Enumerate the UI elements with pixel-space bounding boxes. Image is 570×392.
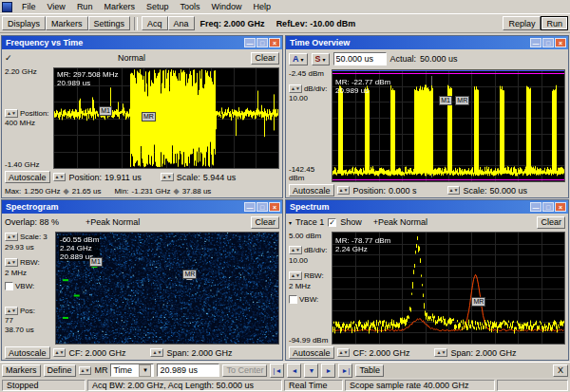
peak-threshold-button[interactable]: ▼ bbox=[304, 364, 318, 378]
close-icon[interactable]: × bbox=[269, 38, 280, 47]
fvt-clear-button[interactable]: Clear bbox=[251, 52, 279, 65]
spg-clear-button[interactable]: Clear bbox=[251, 216, 279, 229]
run-button[interactable]: Run bbox=[541, 16, 568, 30]
fvt-x-scale-value[interactable]: 5.944 us bbox=[203, 173, 237, 182]
maximize-icon[interactable]: □ bbox=[256, 38, 268, 47]
spg-pos-spinner[interactable]: ▲▼ bbox=[5, 307, 18, 315]
minimize-icon[interactable]: — bbox=[244, 38, 256, 47]
settings-button[interactable]: Settings bbox=[88, 16, 131, 30]
fvt-m1-marker[interactable]: M1 bbox=[99, 106, 112, 116]
menu-file[interactable]: File bbox=[16, 1, 42, 13]
spg-span-spinner[interactable]: ▲▼ bbox=[150, 348, 163, 357]
marker-table-button[interactable]: Table bbox=[355, 364, 384, 377]
marker-select-spinner[interactable]: ▲▼ bbox=[79, 366, 92, 375]
fvt-x-position-value[interactable]: 19.911 us bbox=[104, 173, 142, 182]
tov-scale-value[interactable]: 50.000 us bbox=[489, 186, 527, 196]
spg-rbw-value[interactable]: 2 MHz bbox=[5, 269, 54, 277]
displays-button[interactable]: Displays bbox=[2, 16, 46, 30]
spc-cf-readout[interactable]: CF: 2.000 GHz bbox=[352, 348, 409, 358]
spc-vbw-checkbox[interactable] bbox=[289, 295, 297, 304]
analysis-time-button[interactable]: A▾ bbox=[289, 53, 308, 65]
spg-cf-spinner[interactable]: ▲▼ bbox=[53, 348, 66, 357]
peak-last-button[interactable]: ►| bbox=[338, 364, 352, 378]
position-spinner[interactable]: ▲▼ bbox=[5, 109, 18, 118]
maximize-icon[interactable]: □ bbox=[542, 202, 554, 212]
define-markers-button[interactable]: Define bbox=[44, 364, 76, 377]
spc-rbw-value[interactable]: 2 MHz bbox=[289, 282, 331, 290]
markers-button[interactable]: Markers bbox=[46, 16, 88, 30]
spectrogram-titlebar[interactable]: Spectrogram — □ × bbox=[2, 200, 282, 214]
spc-trace-select[interactable]: Trace 1 bbox=[295, 217, 324, 227]
peak-first-button[interactable]: |◄ bbox=[270, 364, 284, 378]
analysis-length-field[interactable] bbox=[333, 52, 387, 65]
menu-run[interactable]: Run bbox=[71, 1, 99, 13]
minimize-icon[interactable]: — bbox=[244, 202, 256, 212]
spc-clear-button[interactable]: Clear bbox=[537, 216, 565, 229]
minimize-icon[interactable]: — bbox=[530, 38, 542, 47]
tov-position-spinner[interactable]: ▲▼ bbox=[337, 186, 351, 195]
spc-rbw-spinner[interactable]: ▲▼ bbox=[289, 271, 302, 280]
tov-dbdiv-value[interactable]: 10.00 bbox=[289, 94, 331, 103]
x-position-spinner[interactable]: ▲▼ bbox=[53, 173, 66, 181]
maximize-icon[interactable]: □ bbox=[542, 38, 554, 47]
spg-cf-readout[interactable]: CF: 2.000 GHz bbox=[68, 348, 125, 358]
marker-domain-select[interactable]: Time ▾ bbox=[110, 364, 154, 377]
spg-mr-marker[interactable]: MR bbox=[182, 270, 197, 279]
close-icon[interactable]: × bbox=[269, 202, 280, 212]
acq-button[interactable]: Acq bbox=[142, 16, 168, 30]
tov-autoscale-button[interactable]: Autoscale bbox=[289, 184, 334, 196]
tov-m1-marker[interactable]: M1 bbox=[439, 96, 452, 105]
ana-button[interactable]: Ana bbox=[168, 16, 195, 30]
tov-position-value[interactable]: 0.000 s bbox=[389, 186, 417, 196]
tov-scale-spinner[interactable]: ▲▼ bbox=[447, 186, 461, 195]
menu-markers[interactable]: Markers bbox=[98, 1, 141, 13]
fvt-trace-mode[interactable]: Normal bbox=[118, 53, 145, 63]
peak-left-button[interactable]: ◄ bbox=[287, 364, 301, 378]
spg-pos-value[interactable]: 77 bbox=[5, 316, 54, 325]
marker-value-field[interactable] bbox=[157, 364, 219, 377]
fvt-autoscale-button[interactable]: Autoscale bbox=[5, 171, 50, 183]
spg-scale-spinner[interactable]: ▲▼ bbox=[5, 233, 18, 241]
tov-mr-marker[interactable]: MR bbox=[455, 96, 469, 105]
spectrum-time-button[interactable]: S▾ bbox=[312, 53, 330, 65]
spc-detection-mode[interactable]: +Peak Normal bbox=[373, 217, 428, 227]
close-icon[interactable]: × bbox=[555, 202, 566, 212]
menu-setup[interactable]: Setup bbox=[141, 1, 175, 13]
spc-dbdiv-value[interactable]: 10.00 bbox=[289, 256, 331, 265]
maximize-icon[interactable]: □ bbox=[256, 202, 268, 212]
spg-detection-mode[interactable]: +Peak Normal bbox=[86, 217, 140, 227]
spc-autoscale-button[interactable]: Autoscale bbox=[289, 346, 334, 359]
spg-rbw-spinner[interactable]: ▲▼ bbox=[5, 258, 18, 267]
spc-cf-spinner[interactable]: ▲▼ bbox=[337, 348, 351, 357]
dbdiv-spinner[interactable]: ▲▼ bbox=[289, 84, 302, 93]
window-buttons: — □ × bbox=[244, 38, 280, 47]
replay-button[interactable]: Replay bbox=[503, 16, 541, 30]
menu-tools[interactable]: Tools bbox=[174, 1, 205, 13]
spectrum-titlebar[interactable]: Spectrum — □ × bbox=[286, 200, 568, 214]
menu-view[interactable]: View bbox=[42, 1, 71, 13]
spg-autoscale-button[interactable]: Autoscale bbox=[5, 346, 50, 359]
spc-show-checkbox[interactable]: ✓ bbox=[328, 218, 336, 227]
spg-vbw-checkbox[interactable] bbox=[5, 282, 13, 290]
freq-vs-time-titlebar[interactable]: Frequency vs Time — □ × bbox=[2, 36, 282, 49]
fvt-position-value[interactable]: 400 MHz bbox=[5, 119, 52, 127]
spg-span-readout[interactable]: Span: 2.000 GHz bbox=[166, 348, 232, 358]
spc-dbdiv-spinner[interactable]: ▲▼ bbox=[289, 246, 302, 254]
close-markers-toolbar-button[interactable]: X bbox=[553, 364, 568, 377]
trace-check-icon[interactable]: ✓ bbox=[5, 53, 12, 63]
fvt-mr-marker[interactable]: MR bbox=[142, 112, 156, 121]
menu-window[interactable]: Window bbox=[205, 1, 247, 13]
peak-right-button[interactable]: ► bbox=[321, 364, 335, 378]
spc-span-spinner[interactable]: ▲▼ bbox=[434, 348, 447, 357]
spc-span-readout[interactable]: Span: 2.000 GHz bbox=[450, 348, 516, 358]
spg-m1-marker[interactable]: M1 bbox=[89, 257, 103, 267]
tov-marker-readout: MR: -22.77 dBm 20.989 us bbox=[335, 78, 390, 95]
minimize-icon[interactable]: — bbox=[530, 202, 542, 212]
spc-mr-marker[interactable]: MR bbox=[471, 297, 485, 307]
x-scale-spinner[interactable]: ▲▼ bbox=[161, 173, 174, 181]
menu-help[interactable]: Help bbox=[247, 1, 276, 13]
to-center-button[interactable]: To Center bbox=[222, 364, 267, 377]
time-overview-titlebar[interactable]: Time Overview — □ × bbox=[286, 36, 568, 49]
close-icon[interactable]: × bbox=[555, 38, 566, 47]
markers-toolbar-button[interactable]: Markers bbox=[2, 364, 41, 377]
